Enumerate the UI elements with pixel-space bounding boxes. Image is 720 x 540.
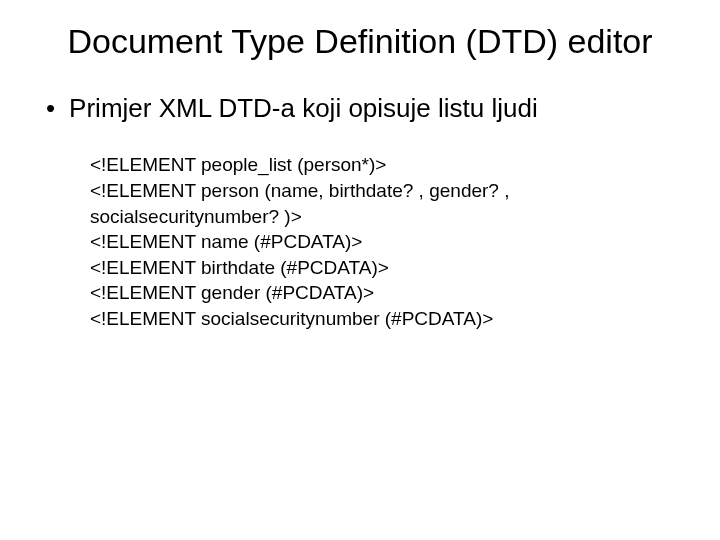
bullet-marker: •	[46, 93, 55, 124]
bullet-item: • Primjer XML DTD-a koji opisuje listu l…	[40, 93, 680, 124]
slide: Document Type Definition (DTD) editor • …	[0, 0, 720, 540]
bullet-text: Primjer XML DTD-a koji opisuje listu lju…	[69, 93, 538, 124]
code-line: <!ELEMENT name (#PCDATA)>	[90, 229, 640, 255]
code-line: <!ELEMENT birthdate (#PCDATA)>	[90, 255, 640, 281]
code-line: <!ELEMENT gender (#PCDATA)>	[90, 280, 640, 306]
code-line: <!ELEMENT socialsecuritynumber (#PCDATA)…	[90, 306, 640, 332]
dtd-code-block: <!ELEMENT people_list (person*)> <!ELEME…	[40, 152, 680, 331]
code-line: <!ELEMENT person (name, birthdate? , gen…	[90, 178, 640, 229]
code-line: <!ELEMENT people_list (person*)>	[90, 152, 640, 178]
page-title: Document Type Definition (DTD) editor	[40, 22, 680, 61]
